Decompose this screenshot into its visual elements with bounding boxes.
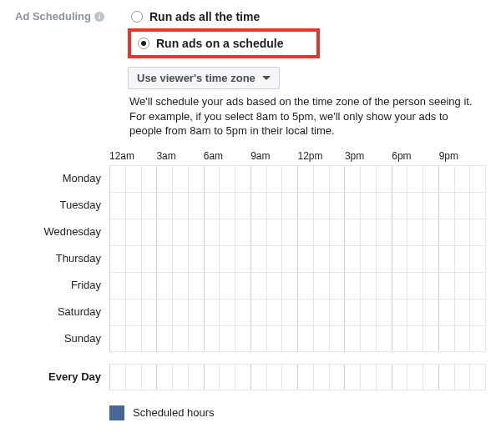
schedule-cell[interactable] [250, 300, 266, 325]
schedule-cell[interactable] [407, 365, 423, 390]
schedule-cell[interactable] [360, 365, 376, 390]
schedule-cell[interactable] [376, 365, 392, 390]
schedule-cell[interactable] [438, 246, 454, 272]
schedule-cell[interactable] [423, 166, 438, 192]
schedule-cell[interactable] [204, 300, 220, 325]
days-grid[interactable]: MondayTuesdayWednesdayThursdayFridaySatu… [15, 165, 486, 352]
schedule-cell[interactable] [109, 246, 125, 272]
schedule-cell[interactable] [109, 273, 125, 299]
schedule-cell[interactable] [329, 193, 345, 219]
schedule-cell[interactable] [172, 246, 188, 272]
schedule-cell[interactable] [469, 246, 486, 272]
schedule-cell[interactable] [376, 246, 392, 272]
schedule-cell[interactable] [188, 166, 204, 192]
schedule-cell[interactable] [125, 365, 141, 390]
schedule-cell[interactable] [313, 246, 329, 272]
schedule-cell[interactable] [423, 246, 438, 272]
schedule-cell[interactable] [204, 365, 220, 390]
schedule-cell[interactable] [281, 365, 297, 390]
schedule-cell[interactable] [438, 219, 454, 245]
schedule-cell[interactable] [376, 326, 392, 351]
schedule-cell[interactable] [438, 273, 454, 299]
schedule-cell[interactable] [156, 326, 172, 351]
schedule-cell[interactable] [156, 365, 172, 390]
schedule-cell[interactable] [219, 300, 235, 325]
schedule-cell[interactable] [438, 365, 454, 390]
schedule-cell[interactable] [469, 326, 486, 351]
schedule-cell[interactable] [281, 300, 297, 325]
schedule-cell[interactable] [219, 219, 235, 245]
schedule-cell[interactable] [125, 219, 141, 245]
schedule-cell[interactable] [266, 365, 282, 390]
schedule-cell[interactable] [172, 166, 188, 192]
schedule-cell[interactable] [392, 365, 407, 390]
schedule-cell[interactable] [109, 365, 125, 390]
schedule-cell[interactable] [141, 246, 157, 272]
schedule-cell[interactable] [392, 193, 407, 219]
schedule-cell[interactable] [360, 193, 376, 219]
schedule-cell[interactable] [376, 300, 392, 325]
every-day-row[interactable]: Every Day [15, 364, 486, 390]
schedule-cell[interactable] [125, 193, 141, 219]
schedule-cell[interactable] [219, 246, 235, 272]
schedule-cell[interactable] [297, 365, 313, 390]
schedule-cell[interactable] [360, 273, 376, 299]
schedule-cell[interactable] [360, 246, 376, 272]
schedule-cell[interactable] [204, 166, 220, 192]
schedule-cell[interactable] [469, 300, 486, 325]
schedule-cell[interactable] [423, 193, 438, 219]
schedule-cell[interactable] [423, 273, 438, 299]
schedule-cell[interactable] [313, 219, 329, 245]
schedule-cell[interactable] [250, 246, 266, 272]
schedule-cell[interactable] [423, 365, 438, 390]
schedule-cell[interactable] [454, 273, 470, 299]
schedule-cell[interactable] [454, 219, 470, 245]
schedule-cell[interactable] [235, 326, 250, 351]
schedule-cell[interactable] [313, 273, 329, 299]
schedule-cell[interactable] [392, 219, 407, 245]
schedule-cell[interactable] [235, 365, 250, 390]
day-row[interactable]: Wednesday [15, 219, 486, 245]
schedule-cell[interactable] [438, 193, 454, 219]
schedule-cell[interactable] [235, 219, 250, 245]
timezone-dropdown[interactable]: Use viewer's time zone [128, 67, 280, 89]
schedule-cell[interactable] [172, 193, 188, 219]
schedule-cell[interactable] [204, 193, 220, 219]
schedule-cell[interactable] [344, 166, 360, 192]
schedule-cell[interactable] [438, 326, 454, 351]
radio-run-on-schedule[interactable]: Run ads on a schedule [134, 35, 286, 52]
schedule-cell[interactable] [219, 193, 235, 219]
schedule-cell[interactable] [109, 219, 125, 245]
schedule-cell[interactable] [172, 300, 188, 325]
schedule-cell[interactable] [250, 193, 266, 219]
schedule-cell[interactable] [360, 326, 376, 351]
schedule-cell[interactable] [407, 273, 423, 299]
schedule-cell[interactable] [281, 326, 297, 351]
schedule-cell[interactable] [313, 365, 329, 390]
schedule-cell[interactable] [454, 326, 470, 351]
schedule-cell[interactable] [219, 273, 235, 299]
schedule-cell[interactable] [250, 273, 266, 299]
schedule-cell[interactable] [344, 300, 360, 325]
schedule-cell[interactable] [344, 273, 360, 299]
schedule-cell[interactable] [376, 193, 392, 219]
schedule-cell[interactable] [469, 219, 486, 245]
schedule-cell[interactable] [125, 166, 141, 192]
schedule-cell[interactable] [172, 273, 188, 299]
schedule-cell[interactable] [344, 365, 360, 390]
schedule-cell[interactable] [329, 365, 345, 390]
schedule-cell[interactable] [423, 326, 438, 351]
schedule-cell[interactable] [392, 326, 407, 351]
schedule-cell[interactable] [454, 300, 470, 325]
schedule-cell[interactable] [141, 273, 157, 299]
schedule-cell[interactable] [392, 246, 407, 272]
schedule-cell[interactable] [188, 326, 204, 351]
schedule-cell[interactable] [313, 300, 329, 325]
schedule-cell[interactable] [156, 166, 172, 192]
schedule-cell[interactable] [219, 365, 235, 390]
schedule-cell[interactable] [313, 326, 329, 351]
schedule-cell[interactable] [188, 365, 204, 390]
schedule-cell[interactable] [313, 193, 329, 219]
day-row[interactable]: Tuesday [15, 192, 486, 219]
schedule-cell[interactable] [407, 300, 423, 325]
